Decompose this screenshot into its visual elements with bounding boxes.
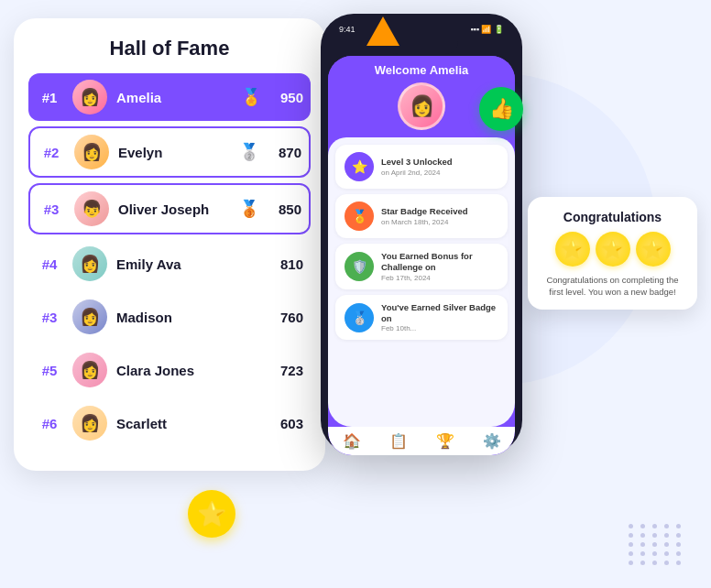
congrats-message: Congratulations on completing the first …: [539, 274, 686, 299]
avatar-3: 👦: [74, 191, 109, 226]
name-4: Emily Ava: [116, 256, 261, 272]
activity-date-3: Feb 17th, 2024: [381, 274, 498, 282]
leaderboard-item-3[interactable]: #3 👦 Oliver Joseph 🥉 850: [28, 183, 311, 234]
medal-3: 🥉: [239, 199, 259, 219]
activity-text-1: Level 3 Unlocked: [381, 157, 453, 168]
activity-text-4: You've Earned Silver Badge on: [381, 302, 498, 325]
activity-item-3[interactable]: 🛡️ You Earned Bonus for Challenge on Feb…: [335, 244, 508, 289]
phone-content: ⭐ Level 3 Unlocked on April 2nd, 2024 🏅 …: [328, 137, 515, 427]
activity-item-4[interactable]: 🥈 You've Earned Silver Badge on Feb 10th…: [335, 295, 508, 341]
star-decoration: ⭐: [188, 490, 235, 538]
activity-icon-4: 🥈: [345, 303, 374, 332]
leaderboard-item-2[interactable]: #2 👩 Evelyn 🥈 870: [28, 126, 311, 178]
activity-info-4: You've Earned Silver Badge on Feb 10th..…: [381, 302, 498, 333]
congrats-star-2: ⭐: [596, 232, 630, 267]
activity-icon-1: ⭐: [345, 152, 374, 181]
leaderboard-item-1[interactable]: #1 👩 Amelia 🏅 950: [28, 73, 311, 121]
avatar-4: 👩: [72, 246, 107, 281]
score-2: 870: [268, 145, 301, 160]
nav-list-icon[interactable]: 📋: [389, 432, 408, 450]
activity-icon-2: 🏅: [345, 201, 374, 231]
activity-info-2: Star Badge Received on March 18th, 2024: [381, 206, 468, 225]
name-2: Evelyn: [118, 145, 230, 160]
phone-welcome-text: Welcome Amelia: [339, 63, 504, 77]
name-6: Clara Jones: [116, 363, 261, 378]
phone-user-avatar: 👩: [398, 82, 445, 130]
thumbs-up-icon: 👍: [489, 97, 514, 121]
score-4: 810: [270, 256, 303, 272]
activity-item-2[interactable]: 🏅 Star Badge Received on March 18th, 202…: [335, 194, 508, 238]
dots-decoration: [629, 524, 684, 565]
rank-badge-2: #2: [38, 145, 65, 160]
avatar-7: 👩: [72, 406, 107, 441]
activity-info-3: You Earned Bonus for Challenge on Feb 17…: [381, 251, 498, 282]
activity-info-1: Level 3 Unlocked on April 2nd, 2024: [381, 157, 453, 176]
name-5: Madison: [116, 310, 261, 325]
rank-badge-3: #3: [38, 201, 65, 217]
avatar-5: 👩: [72, 299, 107, 334]
avatar-1: 👩: [72, 80, 107, 114]
name-1: Amelia: [116, 90, 232, 105]
medal-2: 🥈: [239, 142, 259, 162]
nav-settings-icon[interactable]: ⚙️: [483, 432, 501, 450]
score-1: 950: [270, 90, 303, 105]
score-5: 760: [270, 310, 303, 325]
leaderboard-item-6[interactable]: #5 👩 Clara Jones 723: [28, 346, 311, 394]
rank-badge-4: #4: [36, 256, 63, 272]
activity-text-2: Star Badge Received: [381, 206, 468, 217]
leaderboard-item-5[interactable]: #3 👩 Madison 760: [28, 293, 311, 341]
avatar-6: 👩: [72, 353, 107, 387]
congrats-title: Congratulations: [539, 210, 686, 224]
hall-of-fame-card: Hall of Fame #1 👩 Amelia 🏅 950 #2 👩 Evel…: [14, 18, 325, 471]
activity-date-1: on April 2nd, 2024: [381, 169, 453, 177]
activity-icon-3: 🛡️: [345, 252, 374, 281]
activity-item-1[interactable]: ⭐ Level 3 Unlocked on April 2nd, 2024: [335, 145, 508, 189]
phone-icons: ▪▪▪ 📶 🔋: [470, 25, 504, 34]
triangle-decoration: [366, 16, 399, 46]
activity-text-3: You Earned Bonus for Challenge on: [381, 251, 498, 274]
activity-date-2: on March 18th, 2024: [381, 218, 468, 226]
rank-badge-5: #3: [36, 310, 63, 325]
stars-row: ⭐ ⭐ ⭐: [539, 232, 686, 267]
nav-trophy-icon[interactable]: 🏆: [436, 432, 454, 450]
rank-badge-1: #1: [36, 90, 63, 105]
medal-1: 🏅: [241, 87, 261, 107]
name-3: Oliver Joseph: [118, 201, 230, 217]
avatar-2: 👩: [74, 135, 109, 169]
activity-date-4: Feb 10th...: [381, 324, 498, 332]
nav-home-icon[interactable]: 🏠: [343, 432, 361, 450]
congrats-star-3: ⭐: [636, 232, 671, 267]
leaderboard-item-7[interactable]: #6 👩 Scarlett 603: [28, 399, 311, 447]
phone-mockup: 9:41 ▪▪▪ 📶 🔋 Welcome Amelia 👩 ⭐ Level 3 …: [321, 14, 522, 453]
phone-nav: 🏠 📋 🏆 ⚙️: [328, 427, 515, 455]
hall-of-fame-title: Hall of Fame: [28, 37, 311, 60]
score-3: 850: [268, 201, 301, 217]
name-7: Scarlett: [116, 416, 261, 431]
star-icon: ⭐: [197, 500, 226, 528]
score-7: 603: [270, 416, 303, 431]
rank-badge-6: #5: [36, 363, 63, 378]
rank-badge-7: #6: [36, 416, 63, 431]
thumbs-up-badge: 👍: [479, 87, 523, 131]
congrats-popup: Congratulations ⭐ ⭐ ⭐ Congratulations on…: [528, 197, 697, 310]
score-6: 723: [270, 363, 303, 378]
phone-status-bar: 9:41 ▪▪▪ 📶 🔋: [328, 25, 515, 34]
phone-time: 9:41: [339, 25, 356, 34]
congrats-star-1: ⭐: [555, 232, 590, 267]
leaderboard-item-4[interactable]: #4 👩 Emily Ava 810: [28, 240, 311, 288]
